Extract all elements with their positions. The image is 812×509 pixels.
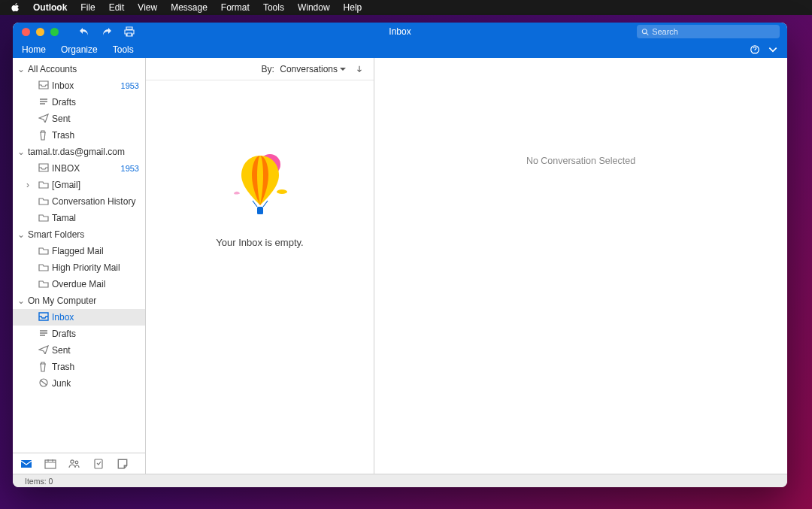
apple-icon[interactable] [11, 3, 20, 12]
mail-view-icon[interactable] [20, 458, 32, 470]
inbox-icon [38, 312, 49, 323]
chevron-down-icon[interactable] [768, 44, 778, 55]
notes-view-icon[interactable] [117, 458, 129, 470]
sidebar-section[interactable]: ⌄All Accounts [13, 61, 145, 77]
sent-icon [38, 345, 49, 356]
mac-menubar: Outlook File Edit View Message Format To… [0, 0, 812, 15]
sidebar-item[interactable]: Drafts [13, 94, 145, 111]
folder-icon [38, 246, 49, 256]
sidebar-item[interactable]: Flagged Mail [13, 243, 145, 259]
minimize-button[interactable] [36, 28, 44, 36]
undo-icon[interactable] [78, 26, 90, 37]
tab-tools[interactable]: Tools [113, 44, 134, 55]
sidebar-section[interactable]: ⌄Smart Folders [13, 226, 145, 243]
folder-icon [38, 196, 49, 207]
sidebar-item[interactable]: Inbox [13, 309, 145, 326]
sidebar-item[interactable]: Inbox1953 [13, 77, 145, 94]
sidebar-item-label: Inbox [52, 312, 139, 323]
junk-icon [38, 378, 49, 389]
sidebar-item-count: 1953 [121, 164, 139, 173]
print-icon[interactable] [123, 26, 135, 37]
sort-prefix: By: [262, 64, 274, 74]
drafts-icon [38, 329, 49, 339]
svg-point-0 [642, 29, 647, 33]
message-list-pane: By: Conversations Your Inbox is empty. [146, 58, 374, 474]
inbox-icon [38, 163, 49, 174]
svg-point-9 [277, 189, 287, 194]
menubar-item-view[interactable]: View [138, 2, 157, 13]
sidebar-item[interactable]: Conversation History [13, 193, 145, 210]
tab-home[interactable]: Home [22, 44, 46, 55]
list-header: By: Conversations [146, 58, 374, 80]
menubar-app-name[interactable]: Outlook [33, 2, 67, 13]
section-title: On My Computer [28, 295, 96, 306]
sidebar-item-label: Inbox [52, 80, 121, 91]
sort-by-control[interactable]: By: Conversations [262, 64, 347, 74]
sidebar-item[interactable]: Trash [13, 127, 145, 144]
sidebar-item[interactable]: Trash [13, 359, 145, 375]
balloon-illustration [226, 148, 294, 223]
traffic-lights [13, 28, 59, 36]
section-title: tamal.tr.das@gmail.com [28, 147, 125, 157]
sort-value: Conversations [280, 64, 338, 74]
sidebar-item-label: Flagged Mail [52, 246, 139, 256]
sidebar-item[interactable]: INBOX1953 [13, 160, 145, 177]
svg-rect-6 [95, 459, 102, 468]
section-title: Smart Folders [28, 229, 84, 240]
section-title: All Accounts [28, 64, 77, 74]
sidebar-item[interactable]: Sent [13, 342, 145, 359]
search-input[interactable] [652, 27, 775, 36]
svg-rect-3 [45, 460, 56, 468]
empty-list-text: Your Inbox is empty. [216, 237, 303, 248]
folder-icon [38, 279, 49, 289]
empty-list: Your Inbox is empty. [146, 80, 374, 474]
sidebar-item[interactable]: Drafts [13, 326, 145, 342]
sidebar-item[interactable]: Tamal [13, 210, 145, 226]
menubar-item-edit[interactable]: Edit [109, 2, 125, 13]
sidebar-item[interactable]: Overdue Mail [13, 276, 145, 292]
people-view-icon[interactable] [68, 458, 80, 470]
sidebar-item[interactable]: High Priority Mail [13, 259, 145, 276]
close-button[interactable] [22, 28, 30, 36]
redo-icon[interactable] [101, 26, 113, 37]
menubar-item-file[interactable]: File [80, 2, 95, 13]
sidebar-section[interactable]: ⌄On My Computer [13, 292, 145, 309]
sidebar-item-count: 1953 [121, 81, 139, 90]
sidebar-item[interactable]: Sent [13, 111, 145, 127]
sidebar-item-label: INBOX [52, 163, 121, 174]
menubar-item-message[interactable]: Message [171, 2, 208, 13]
inbox-icon [38, 80, 49, 91]
svg-point-4 [71, 459, 74, 462]
menubar-item-help[interactable]: Help [344, 2, 362, 13]
sidebar-item-label: Trash [52, 362, 139, 372]
drafts-icon [38, 97, 49, 108]
sort-direction-icon[interactable] [356, 65, 363, 73]
folder-icon [38, 262, 49, 273]
sidebar-item-label: Trash [52, 130, 139, 141]
sidebar-item[interactable]: [Gmail] [13, 177, 145, 193]
ribbon: Home Organize Tools [13, 41, 787, 58]
sidebar-item-label: Sent [52, 114, 139, 124]
calendar-view-icon[interactable] [44, 458, 56, 470]
sidebar-item-label: [Gmail] [52, 180, 139, 190]
menubar-item-format[interactable]: Format [221, 2, 250, 13]
sidebar-section[interactable]: ⌄tamal.tr.das@gmail.com [13, 144, 145, 160]
outlook-window: Inbox Home Organize Tools ⌄All AccountsI… [13, 23, 787, 487]
sidebar-item-label: Sent [52, 345, 139, 356]
fullscreen-button[interactable] [50, 28, 59, 36]
sidebar-nav-bar [13, 453, 145, 474]
help-icon[interactable] [750, 44, 760, 55]
tab-organize[interactable]: Organize [61, 44, 98, 55]
menubar-item-tools[interactable]: Tools [263, 2, 284, 13]
menubar-item-window[interactable]: Window [298, 2, 330, 13]
reading-empty-text: No Conversation Selected [526, 156, 635, 166]
search-box[interactable] [637, 25, 780, 38]
folder-icon [38, 213, 49, 223]
sidebar-item-label: Tamal [52, 213, 139, 223]
folder-icon [38, 180, 49, 190]
tasks-view-icon[interactable] [92, 458, 105, 470]
trash-icon [38, 362, 49, 372]
sidebar-item[interactable]: Junk [13, 375, 145, 392]
titlebar: Inbox [13, 23, 787, 41]
window-title: Inbox [389, 26, 411, 37]
